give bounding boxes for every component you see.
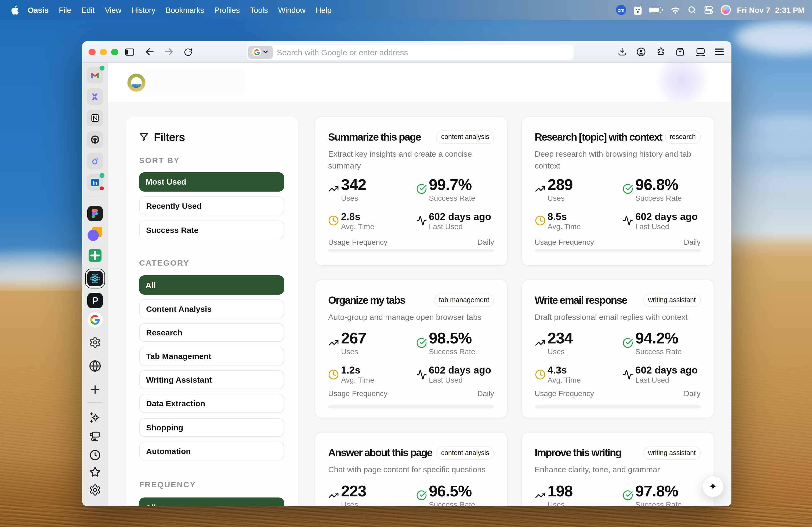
svg-text:in: in: [93, 180, 97, 186]
